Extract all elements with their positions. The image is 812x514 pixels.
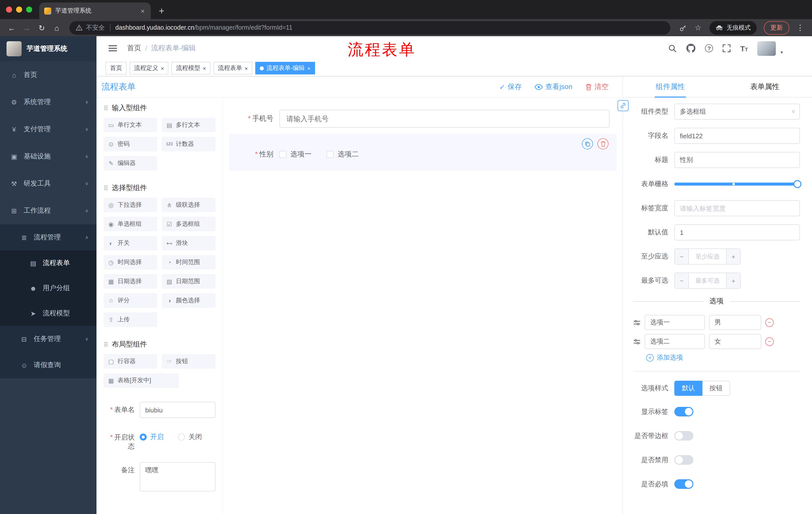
tab-component-props[interactable]: 组件属性 (623, 77, 718, 97)
reload-icon[interactable]: ↻ (35, 24, 48, 31)
user-avatar[interactable] (757, 41, 776, 56)
plus-icon[interactable]: + (726, 273, 740, 288)
tab-form-props[interactable]: 表单属性 (718, 77, 812, 97)
sidebar-item-user-group[interactable]: ☻ 用户分组 (0, 276, 96, 301)
status-radio-off[interactable]: 关闭 (178, 433, 202, 441)
disabled-toggle[interactable] (674, 455, 693, 465)
close-icon[interactable]: × (245, 65, 248, 71)
form-name-input[interactable] (140, 402, 215, 418)
remark-textarea[interactable]: 嘿嘿 (140, 462, 215, 491)
palette-item[interactable]: ✎编辑器 (104, 156, 157, 170)
new-tab-button[interactable]: + (159, 6, 164, 16)
palette-item[interactable]: ⊙密码 (104, 137, 157, 152)
palette-item[interactable]: ◷时间选择 (104, 255, 157, 270)
minus-icon[interactable]: − (675, 249, 689, 264)
tag-home[interactable]: 首页 (106, 62, 127, 75)
back-icon[interactable]: ← (5, 24, 18, 31)
palette-item[interactable]: ▭单行文本 (104, 118, 157, 132)
show-label-toggle[interactable] (674, 407, 693, 416)
sidebar-item-infrastructure[interactable]: ▣ 基础设施 ∨ (0, 143, 96, 170)
border-toggle[interactable] (674, 431, 693, 440)
title-input[interactable] (674, 152, 800, 168)
palette-item[interactable]: ▢行容器 (104, 354, 157, 369)
copy-component-button[interactable] (582, 138, 593, 150)
max-select-input[interactable] (689, 273, 726, 288)
minus-icon[interactable]: − (675, 273, 689, 288)
tag-process-form-edit[interactable]: 流程表单-编辑 × (256, 62, 315, 75)
sidebar-item-home[interactable]: ⌂ 首页 (0, 61, 96, 88)
field-name-input[interactable] (674, 128, 800, 144)
remove-option-icon[interactable]: − (765, 337, 774, 346)
window-close-button[interactable] (6, 6, 12, 12)
window-minimize-button[interactable] (16, 6, 22, 12)
palette-item[interactable]: ☑多选框组 (162, 217, 215, 231)
forward-icon[interactable]: → (20, 24, 33, 31)
palette-item[interactable]: ◉单选框组 (104, 217, 157, 231)
palette-item[interactable]: ▦表格[开发中] (104, 373, 179, 388)
sidebar-item-system[interactable]: ⚙ 系统管理 ∨ (0, 88, 96, 116)
sidebar-item-process-model[interactable]: ➤ 流程模型 (0, 301, 96, 326)
help-icon[interactable]: ? (705, 44, 713, 52)
canvas-field-gender-selected[interactable]: 性别 选项一 选项二 (229, 134, 616, 171)
plus-icon[interactable]: + (726, 249, 740, 264)
component-type-select[interactable]: ∨ (674, 104, 800, 120)
palette-item[interactable]: ◎下拉选择 (104, 198, 157, 212)
search-icon[interactable] (668, 44, 677, 53)
sidebar-item-workflow[interactable]: ⊞ 工作流程 ∧ (0, 197, 96, 224)
fullscreen-icon[interactable] (723, 44, 731, 52)
browser-tab[interactable]: 芋道管理系统 × (39, 2, 151, 19)
slider-handle[interactable] (793, 180, 802, 188)
breadcrumb-home[interactable]: 首页 (127, 44, 141, 53)
default-value-input[interactable] (674, 224, 800, 240)
bookmark-star-icon[interactable]: ☆ (692, 23, 704, 32)
browser-update-button[interactable]: 更新 (764, 21, 789, 34)
option-value-input[interactable] (709, 334, 761, 349)
tag-process-model[interactable]: 流程模型 × (172, 62, 210, 75)
min-select-input[interactable] (689, 249, 726, 264)
close-icon[interactable]: × (161, 65, 164, 71)
password-key-icon[interactable] (676, 24, 690, 31)
window-zoom-button[interactable] (26, 6, 32, 12)
required-toggle[interactable] (674, 479, 693, 489)
sidebar-item-devtools[interactable]: ⚒ 研发工具 ∨ (0, 170, 96, 197)
clear-button[interactable]: 清空 (585, 82, 609, 91)
drag-handle-icon[interactable] (633, 319, 641, 326)
add-option-button[interactable]: + 添加选项 (646, 353, 800, 362)
tag-process-definition[interactable]: 流程定义 × (129, 62, 169, 75)
tag-process-form[interactable]: 流程表单 × (213, 62, 253, 75)
sidebar-collapse-icon[interactable] (109, 45, 117, 51)
sidebar-item-process-mgmt[interactable]: ≣ 流程管理 ∧ (0, 224, 96, 250)
sidebar-item-payment[interactable]: ¥ 支付管理 ∨ (0, 116, 96, 143)
palette-item[interactable]: ◐开关 (104, 236, 157, 250)
option-value-input[interactable] (709, 315, 761, 330)
phone-field-input[interactable] (279, 110, 609, 128)
palette-item[interactable]: ⊷滑块 (162, 236, 215, 250)
tab-close-icon[interactable]: × (140, 7, 146, 15)
app-logo[interactable]: 芋道管理系统 (0, 36, 96, 61)
remove-option-icon[interactable]: − (765, 318, 774, 327)
label-width-input[interactable] (674, 200, 800, 216)
style-default-button[interactable]: 默认 (674, 381, 702, 396)
grid-slider[interactable] (674, 176, 800, 192)
option-name-input[interactable] (645, 315, 705, 330)
link-icon[interactable] (617, 100, 629, 111)
style-button-button[interactable]: 按钮 (702, 381, 730, 396)
palette-item[interactable]: ☞按钮 (162, 354, 215, 369)
sidebar-item-process-form[interactable]: ▤ 流程表单 (0, 250, 96, 276)
view-json-button[interactable]: 查看json (535, 82, 572, 91)
palette-item[interactable]: ▦日期选择 (104, 274, 157, 289)
palette-item[interactable]: ◑颜色选择 (162, 293, 215, 308)
github-icon[interactable] (686, 44, 695, 53)
palette-item[interactable]: ▤多行文本 (162, 118, 215, 132)
palette-item[interactable]: ▧日期范围 (162, 274, 215, 289)
drag-handle-icon[interactable] (633, 338, 641, 345)
gender-checkbox-option2[interactable]: 选项二 (327, 150, 359, 159)
palette-item[interactable]: ☆评分 (104, 293, 157, 308)
canvas-field-phone[interactable]: 手机号 (229, 105, 616, 131)
palette-item[interactable]: ⋔级联选择 (162, 198, 215, 212)
sidebar-item-leave-query[interactable]: ☺ 请假查询 (0, 352, 96, 378)
home-icon[interactable]: ⌂ (50, 24, 63, 31)
close-icon[interactable]: × (203, 65, 206, 71)
palette-item[interactable]: ◔时间范围 (162, 255, 215, 270)
palette-item[interactable]: 123计数器 (162, 137, 215, 152)
